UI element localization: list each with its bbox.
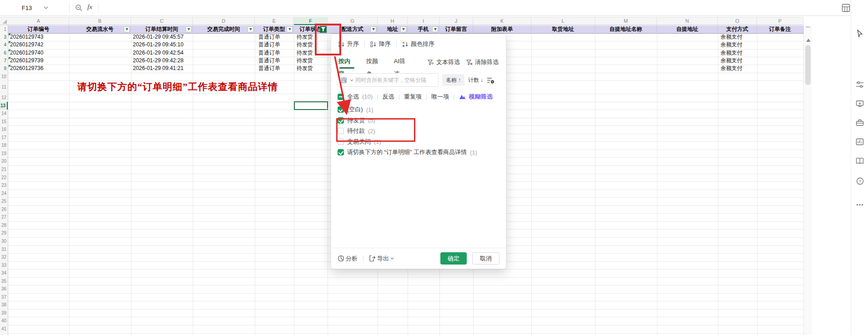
row-number-26[interactable]: 26 — [0, 205, 8, 214]
filter-dropdown-icon[interactable] — [370, 26, 376, 32]
row-number-1[interactable]: 1 — [0, 25, 8, 33]
cell-pay_method[interactable]: 余额支付 — [718, 57, 757, 65]
cell-order_status[interactable]: 待发货 — [294, 57, 327, 65]
row-number-3[interactable]: 3 — [0, 33, 8, 41]
cell-settle_time[interactable]: 2026-01-29 09:45:57 — [131, 33, 192, 41]
cancel-button[interactable]: 取消 — [472, 252, 500, 265]
row-number-27[interactable]: 27 — [0, 213, 8, 221]
column-header-L[interactable]: 取货地址 — [531, 25, 595, 33]
row-number-39[interactable]: 39 — [0, 309, 8, 317]
cell-order_no[interactable]: 20260129736 — [9, 65, 68, 72]
cell-pay_method[interactable]: 余额支付 — [718, 41, 757, 49]
list-settings-icon[interactable] — [487, 77, 495, 84]
row-number-17[interactable]: 17 — [0, 134, 8, 142]
fx-icon[interactable]: fx — [87, 3, 92, 11]
row-number-19[interactable]: 19 — [0, 150, 8, 158]
help-icon[interactable]: ? — [855, 176, 864, 185]
column-header-C[interactable]: 订单结算时间 — [131, 25, 193, 33]
fuzzy-filter-button[interactable]: 模糊筛选 — [469, 93, 493, 101]
row-number-10[interactable]: 10 — [0, 73, 8, 81]
sort-by-count-button[interactable]: 计数↓ — [468, 76, 483, 84]
select-all-checkbox[interactable] — [338, 94, 344, 100]
column-letter-N[interactable]: N — [657, 17, 718, 25]
split-handle[interactable] — [806, 26, 810, 28]
row-number-14[interactable]: 14 — [0, 110, 8, 118]
analyze-button[interactable]: 分析 — [338, 255, 358, 263]
cell-settle_time[interactable]: 2026-01-29 09:41:21 — [131, 65, 192, 72]
row-number-22[interactable]: 22 — [0, 174, 8, 182]
row-number-25[interactable]: 25 — [0, 197, 8, 205]
screen-share-icon[interactable] — [855, 99, 864, 108]
select-all-label[interactable]: 全选 — [347, 93, 359, 101]
row-number-4[interactable]: 4 — [0, 41, 8, 49]
row-number-7[interactable]: 7 — [0, 57, 8, 65]
uniques-button[interactable]: 唯一项 — [431, 93, 449, 101]
column-letter-O[interactable]: O — [718, 17, 757, 25]
filter-dropdown-icon[interactable] — [124, 26, 130, 32]
column-header-I[interactable]: 手机 — [408, 25, 439, 33]
search-input[interactable]: 同时含所有关键字，空格分隔 — [338, 73, 439, 87]
column-letter-J[interactable]: J — [439, 17, 473, 25]
row-number-23[interactable]: 23 — [0, 181, 8, 190]
confirm-button[interactable]: 确定 — [440, 252, 467, 265]
search-icon[interactable] — [75, 4, 83, 12]
row-number-34[interactable]: 34 — [0, 269, 8, 277]
vertical-scrollbar[interactable] — [803, 25, 812, 335]
formula-bar-input[interactable] — [99, 0, 836, 15]
cell-order_no[interactable]: 20260129739 — [9, 57, 68, 65]
row-number-29[interactable]: 29 — [0, 229, 8, 237]
tab-by-color[interactable]: 按颜色 — [366, 55, 383, 70]
cell-order_type[interactable]: 普通订单 — [255, 65, 293, 72]
sort-by-name-button[interactable]: 名称↑ — [442, 74, 464, 86]
row-number-28[interactable]: 28 — [0, 221, 8, 230]
fill-handle[interactable] — [326, 108, 328, 110]
name-box[interactable]: F13 — [3, 1, 67, 14]
column-header-strip[interactable]: ABCDEFGHIJKLMNOP — [0, 17, 803, 25]
select-tool-icon[interactable] — [855, 29, 864, 38]
filter-dropdown-icon[interactable] — [432, 26, 438, 32]
row-number-40[interactable]: 40 — [0, 317, 8, 325]
column-header-D[interactable]: 交易完成时间 — [193, 25, 255, 33]
row-number-15[interactable]: 15 — [0, 118, 8, 126]
column-header-P[interactable]: 订单备注 — [757, 25, 803, 33]
row-number-38[interactable]: 38 — [0, 301, 8, 309]
sort-descending-button[interactable]: 降序 — [370, 40, 391, 48]
cell-settle_time[interactable]: 2026-01-29 09:45:10 — [131, 41, 192, 49]
cell-pay_method[interactable]: 余额支付 — [718, 33, 757, 41]
invert-selection-button[interactable]: 反选 — [383, 93, 394, 101]
row-number-41[interactable]: 41 — [0, 325, 8, 333]
row-number-21[interactable]: 21 — [0, 165, 8, 174]
row-number-20[interactable]: 20 — [0, 157, 8, 165]
row-number-33[interactable]: 33 — [0, 261, 8, 270]
scroll-up-arrow[interactable] — [806, 39, 811, 42]
column-letter-D[interactable]: D — [193, 17, 255, 25]
duplicates-button[interactable]: 重复项 — [404, 93, 422, 101]
value-label[interactable]: (空白) — [347, 105, 363, 114]
filter-dropdown-icon[interactable] — [287, 26, 293, 32]
row-number-31[interactable]: 31 — [0, 245, 8, 254]
value-label[interactable]: 请切换下方的 “订单明细” 工作表查看商品详情 — [347, 148, 467, 156]
cell-order_no[interactable]: 20260129740 — [9, 49, 68, 57]
column-letter-I[interactable]: I — [408, 17, 439, 25]
row-number-36[interactable]: 36 — [0, 285, 8, 293]
color-sort-button[interactable]: 颜色排序 — [402, 40, 434, 48]
column-header-O[interactable]: 支付方式 — [718, 25, 757, 33]
cell-order_status[interactable]: 待发货 — [294, 65, 327, 72]
column-letter-M[interactable]: M — [595, 17, 657, 25]
scrollbar-thumb[interactable] — [805, 45, 811, 85]
row-number-24[interactable]: 24 — [0, 190, 8, 198]
cell-order_no[interactable]: 20260129743 — [9, 33, 68, 41]
cell-order_type[interactable]: 普通订单 — [255, 49, 293, 57]
filter-dropdown-icon[interactable] — [186, 26, 192, 32]
column-letter-A[interactable]: A — [8, 17, 69, 25]
cell-settle_time[interactable]: 2026-01-29 09:42:54 — [131, 49, 192, 57]
form-view-icon[interactable] — [842, 4, 850, 12]
export-button[interactable]: 导出 — [369, 255, 394, 263]
row-number-16[interactable]: 16 — [0, 125, 8, 134]
column-header-H[interactable]: 地址 — [378, 25, 408, 33]
value-checkbox[interactable] — [338, 106, 344, 113]
filter-dropdown-icon[interactable] — [247, 26, 253, 32]
more-options-icon[interactable] — [855, 200, 864, 209]
row-number-37[interactable]: 37 — [0, 293, 8, 301]
column-header-M[interactable]: 自提地址名称 — [595, 25, 657, 33]
